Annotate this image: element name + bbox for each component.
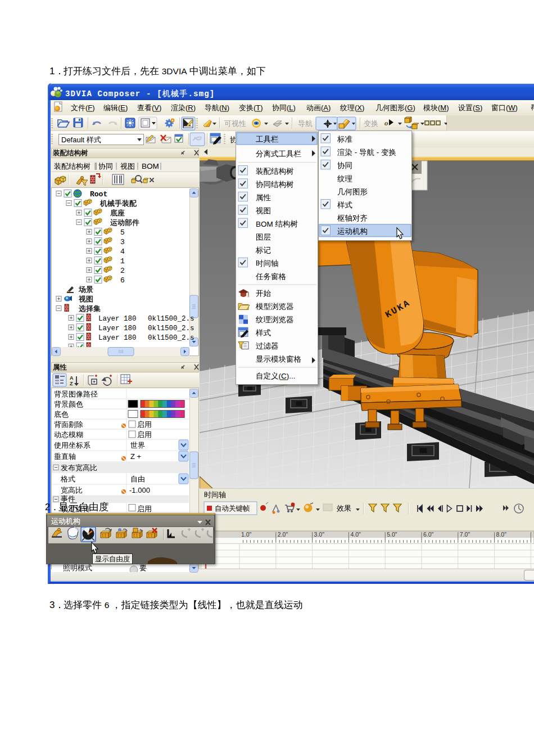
svg-text:1: 1 xyxy=(49,66,55,76)
svg-text:Z: Z xyxy=(70,381,73,386)
svg-text:o: o xyxy=(384,119,388,127)
svg-text:3: 3 xyxy=(49,600,55,610)
svg-text:6: 6 xyxy=(105,600,110,610)
svg-text:3DVIA: 3DVIA xyxy=(162,66,187,76)
svg-text:A: A xyxy=(70,375,74,381)
